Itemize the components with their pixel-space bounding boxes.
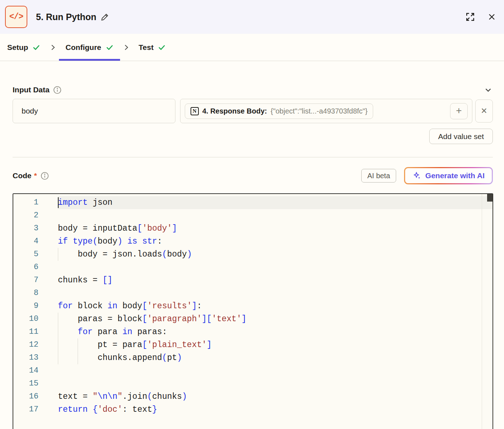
- code-step-icon: </>: [5, 6, 27, 28]
- indent-guide: [58, 313, 58, 326]
- mapped-source-label: 4. Response Body:: [202, 107, 267, 115]
- indent-guide: [78, 351, 78, 364]
- tab-check-icon: [158, 43, 166, 51]
- line-number: 12: [13, 338, 58, 351]
- input-data-row: N 4. Response Body: {"object":"list...-a…: [13, 99, 493, 123]
- info-icon[interactable]: [41, 172, 49, 180]
- configure-panel: Input Data N 4. Response Body: {"object"…: [0, 85, 504, 429]
- code-line[interactable]: 2: [13, 209, 492, 222]
- line-number: 8: [13, 287, 58, 300]
- line-number: 3: [13, 222, 58, 235]
- line-number: 13: [13, 351, 58, 364]
- code-lines: 1import json23body = inputData['body']4i…: [13, 196, 492, 416]
- mapped-value-preview: {"object":"list...-a493703fd8fc"}: [271, 107, 368, 115]
- notion-icon: N: [191, 107, 199, 115]
- code-label: Code: [13, 171, 32, 180]
- code-glyph: </>: [9, 12, 23, 22]
- code-line[interactable]: 6: [13, 261, 492, 274]
- code-editor[interactable]: 1import json23body = inputData['body']4i…: [13, 193, 493, 429]
- code-line[interactable]: 15: [13, 377, 492, 390]
- panel-header: </> 5. Run Python: [0, 0, 504, 34]
- indent-guide: [58, 248, 58, 261]
- text-cursor: [58, 197, 59, 208]
- add-value-set-button[interactable]: Add value set: [429, 129, 493, 144]
- code-line[interactable]: 14: [13, 364, 492, 377]
- tab-check-icon: [106, 43, 114, 51]
- expand-icon[interactable]: [465, 12, 475, 22]
- code-line[interactable]: 4if type(body) is str:: [13, 235, 492, 248]
- step-title: 5. Run Python: [36, 12, 96, 22]
- code-line[interactable]: 11 for para in paras:: [13, 326, 492, 338]
- line-number: 1: [13, 196, 58, 209]
- code-section: Code * AI beta Generate with AI 1import …: [13, 167, 493, 429]
- code-line[interactable]: 16text = "\n\n".join(chunks): [13, 390, 492, 403]
- mapped-value-pill[interactable]: N 4. Response Body: {"object":"list...-a…: [185, 103, 374, 119]
- info-icon[interactable]: [53, 86, 61, 94]
- tab-check-icon: [32, 43, 40, 51]
- input-value-field[interactable]: N 4. Response Body: {"object":"list...-a…: [180, 99, 472, 123]
- line-number: 17: [13, 403, 58, 416]
- input-data-label: Input Data: [13, 86, 50, 94]
- input-key-field[interactable]: [13, 99, 175, 123]
- tab-separator-icon: [123, 44, 130, 51]
- indent-guide: [78, 338, 78, 351]
- tab-test[interactable]: Test: [132, 34, 173, 61]
- indent-guide: [58, 338, 58, 351]
- run-python-panel: </> 5. Run Python SetupConfigureTest Inp…: [0, 0, 504, 429]
- ai-beta-button[interactable]: AI beta: [361, 169, 396, 183]
- step-tabs: SetupConfigureTest: [0, 34, 504, 61]
- sparkle-icon: [412, 171, 422, 180]
- code-line[interactable]: 12 pt = para['plain_text']: [13, 338, 492, 351]
- generate-with-ai-label: Generate with AI: [425, 171, 485, 180]
- editor-scrollbar-track[interactable]: [482, 194, 492, 429]
- tab-configure[interactable]: Configure: [59, 34, 120, 61]
- code-line[interactable]: 1import json: [13, 196, 492, 209]
- close-icon[interactable]: [487, 13, 496, 21]
- line-number: 2: [13, 209, 58, 222]
- indent-guide: [58, 326, 58, 338]
- line-number: 9: [13, 300, 58, 313]
- line-number: 5: [13, 248, 58, 261]
- line-number: 16: [13, 390, 58, 403]
- code-line[interactable]: 13 chunks.append(pt): [13, 351, 492, 364]
- insert-data-button[interactable]: +: [450, 103, 468, 119]
- code-line[interactable]: 8: [13, 287, 492, 300]
- section-divider: [13, 157, 493, 157]
- line-number: 10: [13, 313, 58, 326]
- line-number: 14: [13, 364, 58, 377]
- line-number: 7: [13, 274, 58, 287]
- edit-title-icon[interactable]: [101, 13, 109, 21]
- line-number: 15: [13, 377, 58, 390]
- remove-row-button[interactable]: ✕: [475, 100, 493, 123]
- tab-label: Setup: [7, 43, 28, 52]
- tab-label: Configure: [65, 43, 101, 52]
- line-number: 6: [13, 261, 58, 274]
- tab-setup[interactable]: Setup: [1, 34, 47, 61]
- line-number: 11: [13, 326, 58, 338]
- generate-with-ai-button[interactable]: Generate with AI: [404, 167, 493, 184]
- tab-label: Test: [139, 43, 154, 52]
- tab-separator-icon: [49, 44, 56, 51]
- code-line[interactable]: 17return {'doc': text}: [13, 403, 492, 416]
- code-line[interactable]: 7chunks = []: [13, 274, 492, 287]
- required-mark: *: [34, 171, 37, 180]
- input-data-section: Input Data N 4. Response Body: {"object"…: [13, 85, 493, 144]
- code-line[interactable]: 3body = inputData['body']: [13, 222, 492, 235]
- line-number: 4: [13, 235, 58, 248]
- editor-scrollbar-thumb[interactable]: [487, 194, 492, 202]
- indent-guide: [58, 351, 58, 364]
- code-line[interactable]: 9for block in body['results']:: [13, 300, 492, 313]
- collapse-section-icon[interactable]: [484, 85, 493, 94]
- code-line[interactable]: 10 paras = block['paragraph']['text']: [13, 313, 492, 326]
- code-line[interactable]: 5 body = json.loads(body): [13, 248, 492, 261]
